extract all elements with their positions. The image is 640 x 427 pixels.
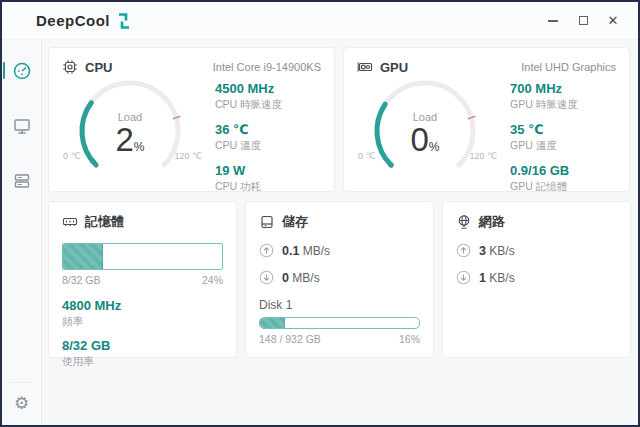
upload-circle-icon (259, 243, 274, 258)
dashboard-content: CPU Intel Core i9-14900KS Load 2% (42, 40, 638, 425)
storage-download-row: 0 MB/s (259, 270, 420, 285)
maximize-icon (579, 16, 588, 25)
sidebar-item-devices[interactable] (2, 170, 42, 192)
display-icon (12, 116, 32, 136)
memory-usage-stat: 8/32 GB 使用率 (62, 338, 223, 369)
storage-card: 儲存 0.1 MB/s (245, 201, 434, 358)
close-button[interactable]: ✕ (598, 7, 628, 35)
network-upload-row: 3 KB/s (456, 243, 617, 258)
upload-circle-icon (456, 243, 471, 258)
network-card: 網路 3 KB/s (442, 201, 631, 358)
window-controls: ✕ (538, 7, 628, 35)
network-down-value: 1 (479, 271, 486, 285)
gpu-card-icon (357, 59, 373, 75)
memory-card: 記憶體 8/32 GB 24% 4800 MHz 頻率 8/32 GB (48, 201, 237, 358)
deepcool-logo-mark-icon (117, 13, 131, 29)
memory-usage-percent: 24% (202, 274, 223, 286)
network-down-unit: KB/s (489, 271, 514, 285)
disk-name: Disk 1 (259, 298, 420, 312)
disk-usage-percent: 16% (399, 333, 420, 345)
cpu-card-title: CPU (85, 60, 112, 75)
sidebar-item-dashboard[interactable] (2, 60, 42, 82)
storage-read-unit: MB/s (303, 244, 330, 258)
disk-usage-caption: 148 / 932 GB (259, 333, 321, 345)
network-up-value: 3 (479, 244, 486, 258)
cpu-stats: 4500 MHz CPU 時脈速度 36 ℃ CPU 溫度 19 W CPU 功… (215, 77, 321, 204)
ram-icon (62, 214, 78, 230)
cpu-temp-stat: 36 ℃ CPU 溫度 (215, 122, 321, 153)
sidebar-footer: ⚙ (2, 382, 42, 413)
settings-button[interactable]: ⚙ (14, 395, 29, 413)
title-bar: DeepCool ✕ (2, 2, 638, 40)
memory-stats: 4800 MHz 頻率 8/32 GB 使用率 (62, 298, 223, 369)
disk-usage-bar (259, 317, 420, 329)
network-up-unit: KB/s (489, 244, 514, 258)
gpu-card-title: GPU (380, 60, 408, 75)
gpu-gauge-max-label: 120 ℃ (469, 151, 497, 161)
network-download-row: 1 KB/s (456, 270, 617, 285)
memory-usage-bar (62, 243, 223, 270)
disk-icon (259, 214, 275, 230)
brand-logo: DeepCool (36, 12, 131, 29)
globe-icon (456, 214, 472, 230)
maximize-button[interactable] (568, 7, 598, 35)
storage-card-title: 儲存 (282, 213, 308, 231)
brand-wordmark: DeepCool (36, 12, 110, 29)
gpu-memory-stat: 0.9/16 GB GPU 記憶體 (510, 163, 616, 194)
cpu-device-name: Intel Core i9-14900KS (213, 61, 321, 73)
cpu-gauge-max-label: 120 ℃ (174, 151, 202, 161)
devices-icon (12, 171, 32, 191)
gpu-device-name: Intel UHD Graphics (521, 61, 616, 73)
minimize-button[interactable] (538, 7, 568, 35)
gear-icon: ⚙ (14, 394, 29, 413)
cpu-gauge-min-label: 0 ℃ (63, 151, 81, 161)
gpu-temp-stat: 35 ℃ GPU 溫度 (510, 122, 616, 153)
close-icon: ✕ (608, 14, 619, 27)
dashboard-gauge-icon (12, 61, 32, 81)
cpu-chip-icon (62, 59, 78, 75)
memory-frequency-stat: 4800 MHz 頻率 (62, 298, 223, 329)
storage-read-value: 0.1 (282, 244, 299, 258)
cpu-load-gauge: Load 2% 0 ℃ 120 ℃ (66, 77, 194, 181)
app-window: { "brand": { "name": "DeepCool" }, "colo… (0, 0, 640, 427)
cpu-power-stat: 19 W CPU 功耗 (215, 163, 321, 194)
storage-upload-row: 0.1 MB/s (259, 243, 420, 258)
cpu-load-unit: % (134, 140, 145, 154)
gpu-stats: 700 MHz GPU 時脈速度 35 ℃ GPU 溫度 0.9/16 GB G… (510, 77, 616, 204)
sidebar: ⚙ (2, 40, 42, 425)
gpu-load-gauge: Load 0% 0 ℃ 120 ℃ (361, 77, 489, 181)
download-circle-icon (259, 270, 274, 285)
gpu-gauge-min-label: 0 ℃ (358, 151, 376, 161)
memory-usage-caption: 8/32 GB (62, 274, 101, 286)
gpu-card: GPU Intel UHD Graphics Load 0% (343, 47, 630, 192)
storage-write-unit: MB/s (292, 271, 319, 285)
network-card-title: 網路 (479, 213, 505, 231)
cpu-card: CPU Intel Core i9-14900KS Load 2% (48, 47, 335, 192)
storage-write-value: 0 (282, 271, 289, 285)
gpu-clock-stat: 700 MHz GPU 時脈速度 (510, 81, 616, 112)
minimize-icon (548, 20, 558, 22)
sidebar-item-display[interactable] (2, 115, 42, 137)
memory-card-title: 記憶體 (85, 213, 124, 231)
gpu-load-unit: % (429, 140, 440, 154)
sidebar-divider (10, 382, 34, 383)
cpu-clock-stat: 4500 MHz CPU 時脈速度 (215, 81, 321, 112)
download-circle-icon (456, 270, 471, 285)
